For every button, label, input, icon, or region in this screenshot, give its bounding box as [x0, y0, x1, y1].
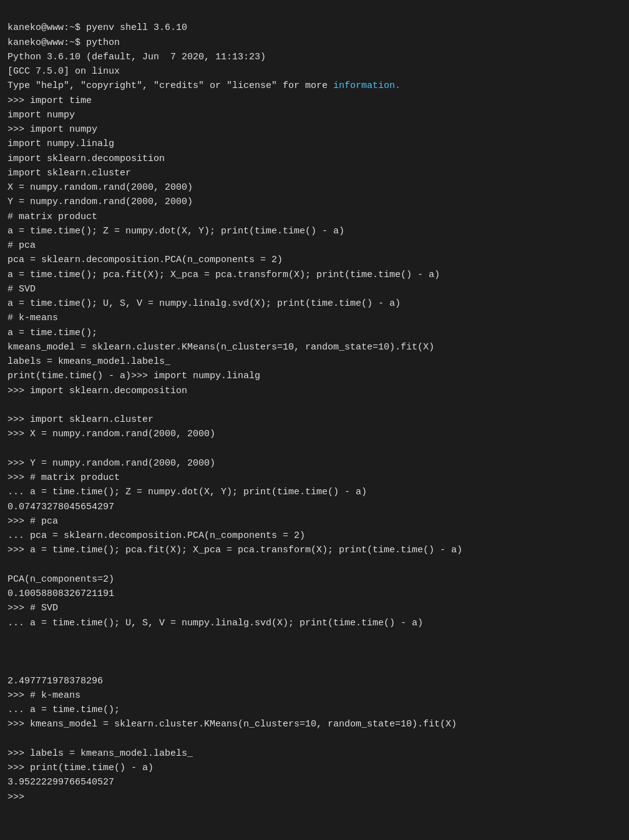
terminal-line: >>> Y = numpy.random.rand(2000, 2000)	[7, 456, 622, 471]
terminal-line: a = time.time(); Z = numpy.dot(X, Y); pr…	[7, 224, 622, 238]
terminal-line: # k-means	[7, 311, 622, 325]
terminal-line: 0.07473278045654297	[7, 500, 622, 514]
terminal-line: 2.497771978378296	[7, 674, 622, 688]
terminal-line: >>> kmeans_model = sklearn.cluster.KMean…	[7, 717, 622, 731]
empty-line	[7, 645, 622, 659]
empty-line	[7, 732, 622, 746]
terminal-line: kaneko@www:~$ pyenv shell 3.6.10	[7, 21, 622, 35]
terminal-line: PCA(n_components=2)	[7, 572, 622, 587]
terminal-line: import sklearn.cluster	[7, 166, 622, 180]
empty-line	[7, 442, 622, 456]
terminal-line: X = numpy.random.rand(2000, 2000)	[7, 180, 622, 195]
information-link[interactable]: information.	[333, 81, 401, 91]
terminal-line: labels = kmeans_model.labels_	[7, 354, 622, 369]
terminal-line: >>> # pca	[7, 514, 622, 529]
terminal-line: import sklearn.decomposition	[7, 152, 622, 166]
terminal-line: a = time.time();	[7, 326, 622, 340]
empty-line	[7, 398, 622, 413]
terminal-line: a = time.time(); pca.fit(X); X_pca = pca…	[7, 268, 622, 282]
terminal-line: >>> import sklearn.cluster	[7, 413, 622, 427]
terminal-line: import numpy.linalg	[7, 137, 622, 151]
terminal-line: ... a = time.time();	[7, 703, 622, 717]
terminal-line: Type "help", "copyright", "credits" or "…	[7, 79, 622, 93]
terminal-line: >>> labels = kmeans_model.labels_	[7, 746, 622, 761]
terminal-line: >>> import numpy	[7, 122, 622, 137]
terminal-line: >>> # SVD	[7, 601, 622, 615]
terminal-line: print(time.time() - a)>>> import numpy.l…	[7, 369, 622, 383]
terminal-line: kmeans_model = sklearn.cluster.KMeans(n_…	[7, 340, 622, 354]
terminal-line: import numpy	[7, 108, 622, 122]
terminal-line: pca = sklearn.decomposition.PCA(n_compon…	[7, 253, 622, 267]
terminal-line: a = time.time(); U, S, V = numpy.linalg.…	[7, 296, 622, 311]
terminal-line: 0.10058808326721191	[7, 587, 622, 601]
terminal-line: >>> a = time.time(); pca.fit(X); X_pca =…	[7, 543, 622, 557]
terminal-line: ... a = time.time(); Z = numpy.dot(X, Y)…	[7, 485, 622, 499]
terminal-line: >>>	[7, 790, 622, 804]
terminal-line: # pca	[7, 238, 622, 253]
terminal-line: 3.95222299766540527	[7, 775, 622, 789]
terminal-line: [GCC 7.5.0] on linux	[7, 64, 622, 79]
terminal-line: ... a = time.time(); U, S, V = numpy.lin…	[7, 616, 622, 630]
terminal-line: >>> import sklearn.decomposition	[7, 384, 622, 398]
terminal-line: ... pca = sklearn.decomposition.PCA(n_co…	[7, 529, 622, 543]
terminal-line: # SVD	[7, 282, 622, 296]
terminal-line: Python 3.6.10 (default, Jun 7 2020, 11:1…	[7, 50, 622, 64]
empty-line	[7, 558, 622, 572]
terminal-line: kaneko@www:~$ python	[7, 36, 622, 50]
terminal-line: >>> print(time.time() - a)	[7, 761, 622, 775]
empty-line	[7, 659, 622, 673]
terminal-window: kaneko@www:~$ pyenv shell 3.6.10kaneko@w…	[0, 0, 629, 840]
terminal-line: >>> X = numpy.random.rand(2000, 2000)	[7, 427, 622, 441]
terminal-line: >>> import time	[7, 94, 622, 108]
terminal-line: # matrix product	[7, 210, 622, 224]
terminal-line: Y = numpy.random.rand(2000, 2000)	[7, 195, 622, 209]
terminal-line: >>> # k-means	[7, 688, 622, 703]
empty-line	[7, 630, 622, 645]
terminal-line: >>> # matrix product	[7, 471, 622, 485]
